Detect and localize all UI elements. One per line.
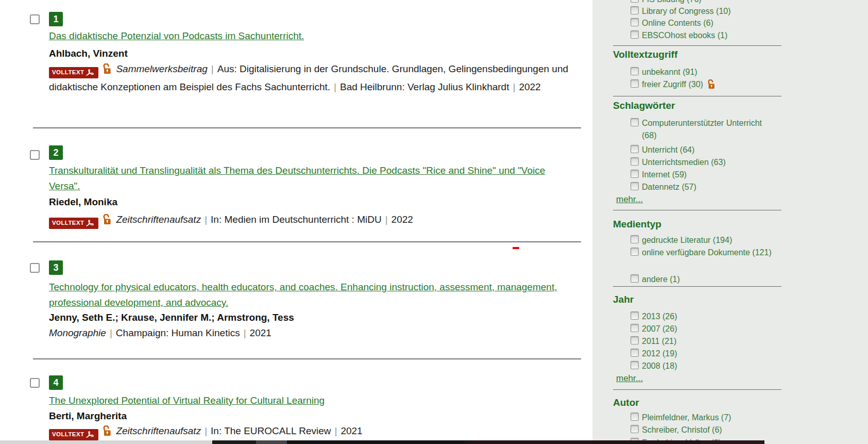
facet-checkbox[interactable] — [631, 311, 639, 320]
facet-checkbox[interactable] — [631, 118, 639, 126]
facet-heading-autor: Autor — [613, 397, 781, 408]
facet-checkbox[interactable] — [631, 349, 639, 357]
facet-label: 2013 (26) — [642, 310, 777, 323]
facet-item-2012[interactable]: 2012 (19) — [631, 348, 781, 360]
result-2-authors: Riedel, Monika — [49, 196, 117, 208]
facet-item-online-contents[interactable]: Online Contents (6) — [631, 17, 781, 29]
facet-item-pleimfeldner-markus[interactable]: Pleimfeldner, Markus (7) — [631, 412, 781, 424]
facet-item-ebscohost-ebooks[interactable]: EBSCOhost ebooks (1) — [631, 29, 781, 42]
facet-item-2008[interactable]: 2008 (18) — [631, 360, 781, 372]
facet-item-unbekannt[interactable]: unbekannt (91) — [631, 66, 781, 78]
result-divider — [33, 127, 581, 128]
facet-checkbox[interactable] — [631, 0, 639, 3]
result-3-title-link[interactable]: Technology for physical educators, healt… — [49, 279, 587, 310]
open-access-lock-icon — [103, 63, 112, 79]
facet-checkbox[interactable] — [631, 67, 639, 75]
facet-item-2013[interactable]: 2013 (26) — [631, 310, 781, 323]
facet-item-computerunterstuetzter-unterricht[interactable]: Computerunterstützter Unterricht (68) — [631, 117, 781, 142]
facet-checkbox[interactable] — [631, 235, 639, 243]
result-2-title-link[interactable]: Transkulturalität und Translingualität a… — [49, 163, 564, 194]
facet-checkbox[interactable] — [631, 30, 639, 39]
result-4-title-link[interactable]: The Unexplored Potential of Virtual Real… — [49, 393, 325, 408]
doc-type: Zeitschriftenaufsatz — [116, 214, 201, 225]
facet-item-library-of-congress[interactable]: Library of Congress (10) — [631, 5, 781, 18]
facet-item-online-verfuegbare-dokumente[interactable]: online verfügbare Dokumente (121) — [631, 246, 781, 259]
facet-item-datennetz[interactable]: Datennetz (57) — [631, 181, 781, 193]
volltext-badge-label: VOLLTEXT — [52, 64, 84, 80]
facet-label: andere (1) — [642, 273, 777, 286]
result-3-meta: Monographie|Champaign: Human Kinetics|20… — [49, 325, 587, 341]
facet-label: Online Contents (6) — [642, 17, 777, 29]
bottom-bar-segment — [212, 440, 256, 444]
facet-checkbox[interactable] — [631, 248, 639, 256]
facet-checkbox[interactable] — [631, 79, 639, 88]
facet-label: Unterrichtsmedien (63) — [642, 156, 777, 169]
bottom-bar-segment — [465, 440, 701, 444]
facet-label-text: freier Zugriff (30) — [642, 80, 703, 89]
volltext-badge[interactable]: VOLLTEXT — [49, 429, 98, 440]
facet-item-gedruckte-literatur[interactable]: gedruckte Literatur (194) — [631, 234, 781, 246]
result-1-meta: VOLLTEXTSammelwerksbeitrag|Aus: Digitali… — [49, 61, 587, 95]
facet-checkbox[interactable] — [631, 413, 639, 421]
facet-checkbox[interactable] — [631, 425, 639, 433]
meta-source: In: Medien im Deutschunterricht : MiDU — [211, 214, 382, 225]
doc-type: Zeitschriftenaufsatz — [116, 425, 201, 436]
bottom-bar-segment — [701, 440, 764, 444]
facet-checkbox[interactable] — [631, 324, 639, 332]
meta-publisher: Bad Heilbrunn: Verlag Julius Klinkhardt — [340, 81, 509, 92]
separator-pipe: | — [334, 425, 337, 436]
facet-item-unterrichtsmedien[interactable]: Unterrichtsmedien (63) — [631, 156, 781, 169]
result-1-authors: Ahlbach, Vinzent — [49, 48, 128, 59]
facet-checkbox[interactable] — [631, 170, 639, 178]
facet-item-internet[interactable]: Internet (59) — [631, 169, 781, 181]
facet-label: Datennetz (57) — [642, 181, 777, 193]
separator-pipe: | — [513, 81, 515, 92]
facet-label: gedruckte Literatur (194) — [642, 234, 777, 246]
facet-checkbox[interactable] — [631, 182, 639, 190]
facet-label: Unterricht (64) — [642, 144, 777, 156]
result-3-checkbox[interactable] — [30, 263, 40, 273]
separator-pipe: | — [244, 327, 246, 338]
facet-checkbox[interactable] — [631, 145, 639, 153]
result-4-checkbox[interactable] — [30, 378, 40, 388]
separator-pipe: | — [110, 327, 112, 338]
facet-divider — [613, 45, 781, 46]
facet-checkbox[interactable] — [631, 361, 639, 369]
facet-label: 2012 (19) — [642, 348, 777, 360]
facet-item-andere[interactable]: andere (1) — [631, 273, 781, 286]
jahr-more-link[interactable]: mehr... — [616, 373, 643, 384]
volltext-badge[interactable]: VOLLTEXT — [49, 67, 98, 78]
facet-checkbox[interactable] — [631, 18, 639, 26]
separator-pipe: | — [205, 425, 207, 436]
meta-year: 2021 — [250, 327, 271, 338]
bottom-scrollbar-track[interactable] — [0, 440, 212, 444]
bottom-bar-segment — [287, 440, 465, 444]
open-access-lock-icon — [103, 425, 112, 441]
facet-checkbox[interactable] — [631, 274, 639, 283]
facet-item-2011[interactable]: 2011 (21) — [631, 335, 781, 348]
pdf-icon — [86, 69, 95, 76]
separator-pipe: | — [205, 214, 207, 225]
schlagwoerter-more-link[interactable]: mehr... — [616, 194, 643, 205]
facet-item-schreiber-christof[interactable]: Schreiber, Christof (6) — [631, 424, 781, 436]
result-divider — [33, 241, 581, 242]
result-1-checkbox[interactable] — [30, 14, 40, 24]
facet-item-unterricht[interactable]: Unterricht (64) — [631, 144, 781, 156]
facet-label: EBSCOhost ebooks (1) — [642, 29, 777, 42]
facet-checkbox[interactable] — [631, 157, 639, 166]
facet-item-2007[interactable]: 2007 (26) — [631, 323, 781, 335]
result-1-title-link[interactable]: Das didaktische Potenzial von Podcasts i… — [49, 28, 304, 44]
facet-checkbox[interactable] — [631, 6, 639, 14]
facet-item-freier-zugriff[interactable]: freier Zugriff (30) — [631, 78, 781, 93]
open-access-lock-icon — [707, 79, 716, 93]
result-2-checkbox[interactable] — [30, 150, 40, 160]
doc-type: Sammelwerksbeitrag — [116, 63, 207, 74]
meta-year: 2022 — [519, 81, 540, 92]
facet-checkbox[interactable] — [631, 336, 639, 344]
meta-source: In: The EUROCALL Review — [211, 425, 331, 436]
facet-divider — [613, 389, 781, 390]
volltext-badge[interactable]: VOLLTEXT — [49, 218, 98, 229]
facet-divider — [613, 286, 781, 287]
result-3-number-badge: 3 — [49, 260, 63, 275]
facet-divider — [613, 96, 781, 96]
